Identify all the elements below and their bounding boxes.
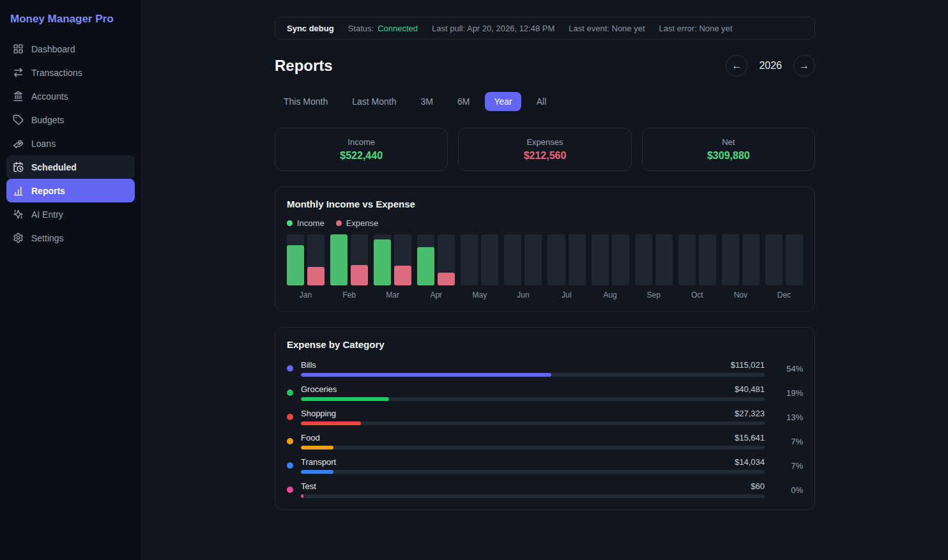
sidebar-item-label: AI Entry: [31, 209, 63, 220]
category-label: Groceries: [301, 384, 337, 394]
sidebar-item-ai-entry[interactable]: AI Entry: [6, 202, 135, 226]
expense-bar-track: [612, 234, 629, 285]
category-bar: [301, 373, 551, 377]
expense-bar-track: [742, 234, 760, 285]
income-legend-dot: [287, 220, 293, 226]
main-area: Sync debug Status: Connected Last pull: …: [142, 0, 948, 560]
month-group: [678, 234, 716, 285]
tab-6m[interactable]: 6M: [448, 92, 478, 111]
sidebar-item-settings[interactable]: Settings: [6, 226, 135, 250]
stat-value: $309,880: [652, 150, 806, 162]
month-group: [504, 234, 542, 285]
chart-legend: Income Expense: [287, 218, 803, 228]
net-stat-card: Net $309,880: [642, 128, 815, 171]
month-label: Mar: [374, 291, 411, 299]
legend-expense: Expense: [336, 218, 379, 228]
income-bar-track: [504, 234, 521, 285]
month-label: Feb: [330, 291, 368, 299]
expense-bar: [307, 267, 325, 285]
category-bar: [301, 494, 303, 498]
month-group: [417, 234, 455, 285]
month-label: Aug: [592, 291, 629, 299]
income-bar: [417, 247, 434, 285]
panel-title: Expense by Category: [287, 339, 803, 350]
category-row: Shopping $27,323 13%: [287, 409, 803, 425]
page-title: Reports: [275, 57, 333, 75]
sidebar-item-label: Scheduled: [31, 162, 77, 172]
month-group: [547, 234, 585, 285]
year-navigator: ← 2026 →: [726, 55, 815, 77]
sidebar-item-label: Dashboard: [31, 44, 75, 54]
sidebar-item-loans[interactable]: Loans: [6, 132, 135, 155]
month-group: [592, 234, 629, 285]
stat-label: Income: [284, 137, 438, 147]
category-label: Food: [301, 433, 320, 443]
tab-all[interactable]: All: [528, 92, 556, 111]
expense-bar-track: [351, 234, 368, 285]
month-group: [635, 234, 673, 285]
category-label: Shopping: [301, 409, 336, 418]
prev-year-button[interactable]: ←: [726, 55, 747, 77]
sidebar-item-scheduled[interactable]: Scheduled: [6, 155, 135, 179]
category-bar-track: [301, 446, 765, 450]
category-bar-track: [301, 470, 765, 474]
category-row: Bills $115,021 54%: [287, 360, 803, 377]
monthly-chart-labels: JanFebMarAprMayJunJulAugSepOctNovDec: [287, 291, 803, 299]
income-bar-track: [765, 234, 783, 285]
category-bar-track: [301, 421, 765, 425]
category-amount: $15,641: [735, 433, 765, 443]
category-dot: [287, 365, 293, 372]
panel-title: Monthly Income vs Expense: [287, 199, 803, 209]
income-bar: [287, 245, 304, 285]
income-bar-track: [722, 234, 739, 285]
expense-by-category-panel: Expense by Category Bills $115,021 54% G…: [275, 327, 815, 510]
month-label: Jul: [547, 291, 585, 299]
income-bar: [374, 239, 391, 285]
month-group: [330, 234, 368, 285]
category-bar-track: [301, 397, 765, 401]
calendar-clock-icon: [13, 162, 24, 172]
category-row: Transport $14,034 7%: [287, 457, 803, 474]
category-amount: $27,323: [735, 409, 765, 418]
tab-this-month[interactable]: This Month: [275, 92, 337, 111]
next-year-button[interactable]: →: [793, 55, 815, 77]
gear-icon: [13, 232, 24, 243]
income-bar-track: [287, 234, 304, 285]
dashboard-grid-icon: [13, 43, 24, 54]
category-bar-track: [301, 494, 765, 498]
month-label: Sep: [635, 291, 673, 299]
income-stat-card: Income $522,440: [275, 128, 448, 171]
category-dot: [287, 487, 293, 493]
sidebar-item-dashboard[interactable]: Dashboard: [6, 37, 135, 61]
sidebar-item-label: Transactions: [31, 68, 82, 78]
expense-bar-track: [699, 234, 716, 285]
month-label: Nov: [722, 291, 760, 299]
sidebar-item-budgets[interactable]: Budgets: [6, 108, 135, 132]
sidebar-item-accounts[interactable]: Accounts: [6, 84, 135, 108]
category-amount: $115,021: [731, 360, 765, 370]
legend-label: Expense: [346, 218, 379, 228]
month-label: Jan: [287, 291, 325, 299]
sidebar: Money Manager Pro Dashboard Transactions…: [0, 0, 142, 560]
category-amount: $60: [751, 481, 765, 491]
sync-debug-bar: Sync debug Status: Connected Last pull: …: [275, 17, 815, 40]
category-row: Test $60 0%: [287, 481, 803, 498]
tab-year[interactable]: Year: [485, 92, 521, 111]
income-bar-track: [417, 234, 434, 285]
income-bar-track: [592, 234, 609, 285]
expense-bar-track: [438, 234, 455, 285]
income-bar-track: [330, 234, 348, 285]
sidebar-item-transactions[interactable]: Transactions: [6, 61, 135, 84]
stat-label: Expenses: [468, 137, 622, 147]
sidebar-item-label: Reports: [31, 186, 65, 196]
tab-last-month[interactable]: Last Month: [343, 92, 405, 111]
month-group: [287, 234, 325, 285]
category-percent: 0%: [775, 485, 803, 495]
category-dot: [287, 438, 293, 444]
sync-status-label: Status:: [348, 24, 374, 33]
expense-bar: [394, 266, 411, 285]
hand-coins-icon: [13, 138, 24, 149]
month-group: [765, 234, 803, 285]
tab-3m[interactable]: 3M: [412, 92, 442, 111]
sidebar-item-reports[interactable]: Reports: [6, 179, 135, 202]
